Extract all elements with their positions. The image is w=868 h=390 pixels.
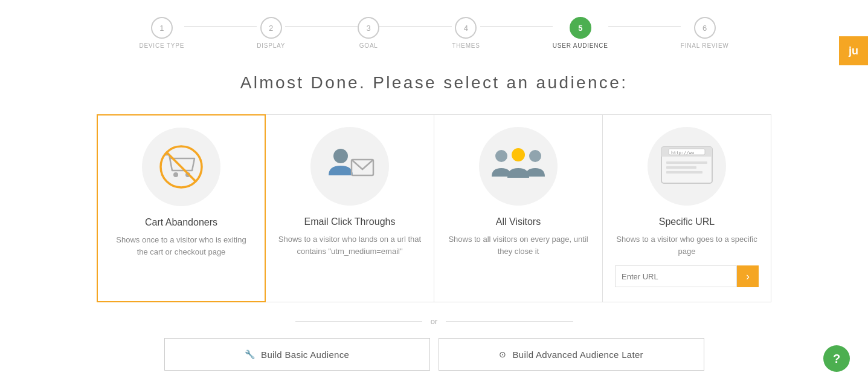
svg-point-5	[333, 149, 348, 163]
step-1[interactable]: 1 DEVICE TYPE	[139, 17, 184, 49]
card-all-visitors-title: All Visitors	[496, 216, 541, 227]
svg-point-7	[495, 150, 507, 162]
build-advanced-label: Build Advanced Audience Later	[512, 349, 643, 360]
step-line-4-5	[480, 26, 553, 27]
help-button[interactable]: ?	[823, 345, 850, 372]
step-label-6: FINAL REVIEW	[681, 42, 729, 49]
url-input[interactable]	[615, 265, 737, 287]
svg-rect-15	[666, 161, 707, 164]
all-visitors-icon	[488, 145, 548, 187]
svg-rect-16	[666, 166, 696, 169]
card-cart-abandoners-description: Shows once to a visitor who is exiting t…	[110, 234, 252, 258]
step-circle-2: 2	[260, 17, 282, 39]
step-circle-6: 6	[694, 17, 716, 39]
or-divider: or	[295, 317, 573, 326]
build-basic-audience-button[interactable]: 🔧 Build Basic Audience	[164, 338, 430, 371]
specific-url-icon: http://ww	[657, 142, 717, 190]
wrench-icon: 🔧	[245, 349, 255, 359]
build-advanced-audience-button[interactable]: ⊙ Build Advanced Audience Later	[439, 338, 704, 371]
step-5[interactable]: 5 USER AUDIENCE	[553, 17, 608, 49]
step-6[interactable]: 6 FINAL REVIEW	[681, 17, 729, 49]
email-click-throughs-icon-circle	[310, 127, 389, 206]
clock-icon: ⊙	[499, 349, 506, 359]
card-specific-url-description: Shows to a visitor who goes to a specifi…	[615, 233, 759, 257]
step-circle-5: 5	[570, 17, 591, 39]
step-label-2: DISPLAY	[257, 42, 285, 49]
card-email-description: Shows to a visitor who lands on a url th…	[278, 233, 422, 257]
step-label-5: USER AUDIENCE	[553, 42, 608, 49]
card-email-title: Email Click Throughs	[304, 216, 396, 227]
card-cart-abandoners-title: Cart Abandoners	[145, 217, 217, 228]
bottom-buttons: 🔧 Build Basic Audience ⊙ Build Advanced …	[164, 338, 704, 371]
svg-point-9	[512, 148, 525, 161]
step-label-4: THEMES	[452, 42, 480, 49]
step-label-1: DEVICE TYPE	[139, 42, 184, 49]
audience-cards-row: Cart Abandoners Shows once to a visitor …	[97, 114, 771, 302]
step-4[interactable]: 4 THEMES	[452, 17, 480, 49]
svg-point-8	[529, 150, 541, 162]
step-3[interactable]: 3 GOAL	[358, 17, 379, 49]
card-specific-url[interactable]: http://ww Specific URL Shows to a visito…	[602, 114, 771, 302]
or-text: or	[431, 317, 438, 326]
card-email-click-throughs[interactable]: Email Click Throughs Shows to a visitor …	[265, 114, 434, 302]
step-line-2-3	[285, 26, 358, 27]
or-line-right	[446, 321, 573, 322]
card-cart-abandoners[interactable]: Cart Abandoners Shows once to a visitor …	[97, 114, 266, 302]
step-circle-3: 3	[358, 17, 379, 39]
build-basic-label: Build Basic Audience	[261, 349, 349, 360]
specific-url-icon-circle: http://ww	[648, 127, 726, 206]
card-specific-url-title: Specific URL	[659, 216, 715, 227]
main-content: Almost Done. Please select an audience:	[0, 55, 868, 371]
cart-abandoners-icon-circle	[142, 128, 220, 206]
url-input-row: ›	[615, 265, 759, 287]
step-2[interactable]: 2 DISPLAY	[257, 17, 285, 49]
svg-rect-17	[666, 171, 702, 174]
step-circle-1: 1	[151, 17, 173, 39]
brand-badge: ju	[839, 36, 868, 65]
cart-abandoners-icon	[157, 143, 205, 191]
step-line-5-6	[608, 26, 681, 27]
all-visitors-icon-circle	[479, 127, 558, 206]
card-all-visitors-description: Shows to all visitors on every page, unt…	[446, 233, 590, 257]
page-title: Almost Done. Please select an audience:	[240, 73, 628, 93]
url-submit-button[interactable]: ›	[737, 265, 759, 287]
step-line-1-2	[184, 26, 257, 27]
email-click-throughs-icon	[323, 145, 377, 187]
svg-point-1	[173, 172, 178, 177]
svg-text:http://ww: http://ww	[671, 151, 695, 155]
or-line-left	[295, 321, 422, 322]
step-line-3-4	[379, 26, 452, 27]
step-circle-4: 4	[455, 17, 477, 39]
card-all-visitors[interactable]: All Visitors Shows to all visitors on ev…	[434, 114, 603, 302]
stepper: 1 DEVICE TYPE 2 DISPLAY 3 GOAL 4 THEMES …	[0, 0, 868, 55]
step-label-3: GOAL	[359, 42, 378, 49]
